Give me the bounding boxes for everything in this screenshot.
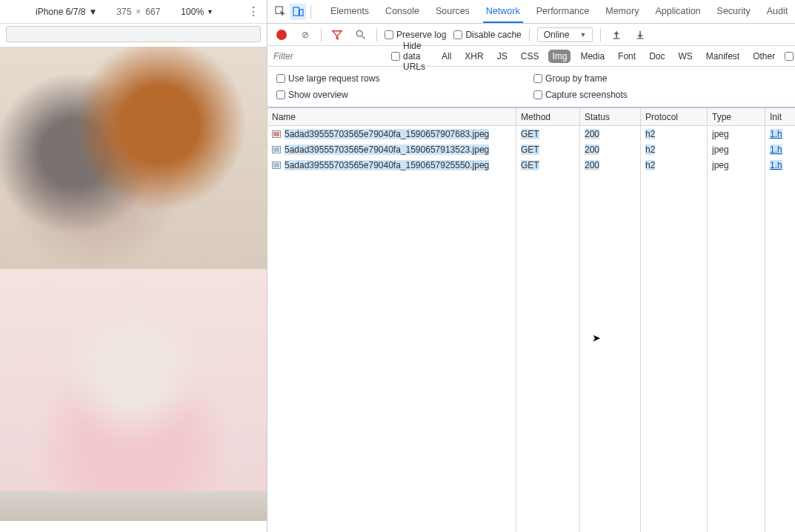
disable-cache-checkbox[interactable]: Disable cache [453, 30, 521, 40]
svg-rect-2 [299, 10, 303, 16]
tab-performance[interactable]: Performance [533, 0, 593, 23]
request-status: 200 [585, 129, 599, 139]
request-type: jpeg [712, 144, 729, 155]
use-large-rows-checkbox[interactable]: Use large request rows [276, 73, 533, 84]
preview-image [0, 47, 267, 269]
inspect-icon[interactable] [272, 4, 288, 20]
capture-screenshots-checkbox[interactable]: Capture screenshots [533, 90, 791, 100]
filter-input[interactable] [273, 51, 385, 61]
network-toolbar: ⊘ Preserve log Disable cache Online ▼ [267, 24, 795, 46]
download-icon[interactable] [632, 27, 648, 43]
request-method: GET [521, 160, 539, 170]
device-select[interactable]: iPhone 6/7/8 ▼ [31, 5, 102, 19]
chip-xhr[interactable]: XHR [461, 50, 487, 63]
device-name: iPhone 6/7/8 [36, 7, 85, 17]
throttle-value: Online [544, 30, 570, 40]
chip-ws[interactable]: WS [674, 50, 696, 63]
table-body: 5adad39555703565e79040fa_1590657907683.j… [267, 126, 795, 532]
extra-checkbox[interactable] [785, 52, 794, 61]
file-icon [272, 130, 281, 138]
main-tabs: Elements Console Sources Network Perform… [327, 0, 791, 23]
group-by-frame-label: Group by frame [545, 73, 607, 84]
network-table: Name Method Status Protocol Type Init 5a… [267, 107, 795, 532]
chevron-down-icon: ▼ [88, 7, 97, 17]
request-status: 200 [585, 144, 599, 155]
more-menu-icon[interactable]: ⋮ [247, 4, 259, 19]
tab-sources[interactable]: Sources [433, 0, 473, 23]
svg-rect-6 [637, 38, 644, 39]
request-initiator: 1.h [770, 160, 782, 170]
device-height[interactable]: 667 [145, 7, 160, 17]
zoom-select[interactable]: 100% ▼ [181, 7, 213, 17]
tab-memory[interactable]: Memory [602, 0, 642, 23]
device-width[interactable]: 375 [116, 7, 131, 17]
request-protocol: h2 [645, 160, 655, 170]
throttle-select[interactable]: Online ▼ [537, 27, 593, 42]
table-row[interactable]: 5adad39555703565e79040fa_1590657907683.j… [267, 126, 795, 142]
table-row[interactable]: 5adad39555703565e79040fa_1590657913523.j… [267, 142, 795, 157]
preserve-log-checkbox[interactable]: Preserve log [385, 30, 446, 40]
clear-icon[interactable]: ⊘ [297, 27, 313, 43]
devtools-panel: Elements Console Sources Network Perform… [267, 0, 795, 532]
request-protocol: h2 [645, 129, 655, 139]
preview-image [0, 269, 267, 491]
upload-icon[interactable] [608, 27, 625, 43]
group-by-frame-checkbox[interactable]: Group by frame [533, 73, 791, 84]
table-header: Name Method Status Protocol Type Init [267, 108, 795, 126]
chip-css[interactable]: CSS [517, 50, 543, 63]
show-overview-label: Show overview [288, 90, 348, 100]
svg-rect-5 [613, 38, 620, 39]
filter-icon[interactable] [329, 27, 345, 43]
col-method[interactable]: Method [516, 108, 580, 125]
device-mode-icon[interactable] [290, 4, 306, 20]
request-method: GET [521, 144, 539, 155]
request-type: jpeg [712, 129, 729, 139]
tab-security[interactable]: Security [714, 0, 754, 23]
file-icon [272, 146, 281, 153]
zoom-value: 100% [181, 7, 204, 17]
tab-audits[interactable]: Audit [764, 0, 791, 23]
preserve-log-label: Preserve log [396, 30, 446, 40]
request-initiator: 1.h [770, 144, 782, 155]
request-name: 5adad39555703565e79040fa_1590657913523.j… [285, 144, 489, 155]
chip-img[interactable]: Img [548, 50, 571, 63]
request-protocol: h2 [645, 144, 655, 155]
chip-font[interactable]: Font [614, 50, 639, 63]
search-icon[interactable] [353, 27, 369, 43]
col-initiator[interactable]: Init [765, 108, 795, 125]
devtools-tabs-row: Elements Console Sources Network Perform… [267, 0, 795, 24]
chip-all[interactable]: All [438, 50, 455, 63]
col-name[interactable]: Name [267, 108, 516, 125]
col-status[interactable]: Status [580, 108, 641, 125]
tab-network[interactable]: Network [483, 0, 523, 23]
chip-manifest[interactable]: Manifest [702, 50, 743, 63]
col-protocol[interactable]: Protocol [641, 108, 708, 125]
svg-point-3 [356, 30, 362, 36]
tab-elements[interactable]: Elements [327, 0, 372, 23]
capture-screenshots-label: Capture screenshots [545, 90, 628, 100]
device-toolbar: iPhone 6/7/8 ▼ 375 × 667 100% ▼ ⋮ [0, 0, 267, 24]
tab-application[interactable]: Application [652, 0, 703, 23]
record-button[interactable] [273, 27, 290, 43]
chip-media[interactable]: Media [576, 50, 608, 63]
request-initiator: 1.h [770, 129, 782, 139]
chip-other[interactable]: Other [749, 50, 779, 63]
chip-js[interactable]: JS [493, 50, 511, 63]
preview-image [0, 491, 267, 521]
filter-chips: All XHR JS CSS Img Media Font Doc WS Man… [438, 50, 779, 63]
request-type: jpeg [712, 160, 729, 170]
page-preview [0, 47, 267, 532]
svg-line-4 [362, 36, 365, 39]
disable-cache-label: Disable cache [465, 30, 521, 40]
svg-rect-1 [293, 7, 299, 16]
table-row[interactable]: 5adad39555703565e79040fa_1590657925550.j… [267, 157, 795, 173]
col-type[interactable]: Type [708, 108, 765, 125]
request-status: 200 [585, 160, 599, 170]
tab-console[interactable]: Console [382, 0, 422, 23]
chip-doc[interactable]: Doc [645, 50, 668, 63]
show-overview-checkbox[interactable]: Show overview [276, 90, 533, 100]
address-bar[interactable] [6, 26, 261, 42]
x-separator: × [136, 7, 141, 17]
request-method: GET [521, 129, 539, 139]
use-large-label: Use large request rows [288, 73, 379, 84]
